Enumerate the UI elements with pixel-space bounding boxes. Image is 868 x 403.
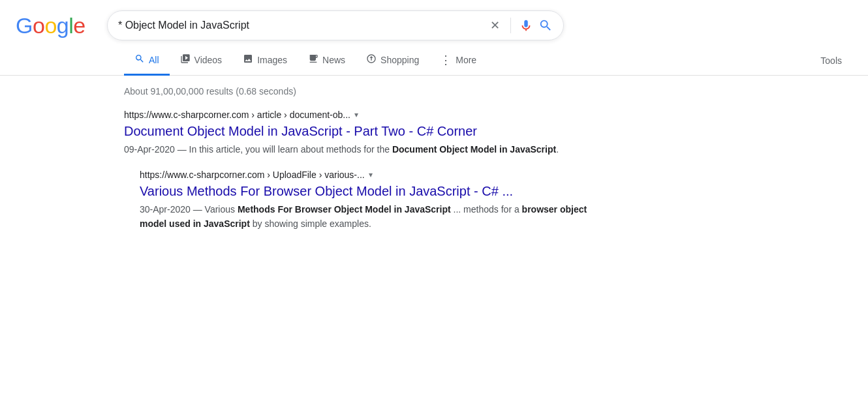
snippet-bold: Document Object Model in JavaScript [392,144,556,155]
tab-more[interactable]: ⋮ More [429,46,487,76]
sub-result-snippet: 30-Apr-2020 — Various Methods For Browse… [140,202,610,231]
videos-icon [180,53,191,66]
tab-shopping[interactable]: Shopping [356,46,429,76]
tab-images-label: Images [257,55,287,65]
all-icon [134,53,145,66]
tab-all[interactable]: All [124,46,170,76]
sub-snippet-bold1: Methods For Browser Object Model in Java… [238,204,451,215]
google-logo[interactable]: Google [16,13,94,38]
sub-result-url-row: https://www.c-sharpcorner.com › UploadFi… [140,170,610,180]
result-url: https://www.c-sharpcorner.com › article … [124,110,350,120]
logo-g: G [16,13,33,38]
snippet-date: 09-Apr-2020 [124,144,175,155]
clear-icon[interactable]: ✕ [488,17,503,34]
tab-all-label: All [149,55,159,65]
sub-result-item: https://www.c-sharpcorner.com › UploadFi… [140,170,610,231]
header: Google * Object Model in JavaScript ✕ [0,0,868,40]
tab-shopping-label: Shopping [380,55,419,65]
search-bar-wrapper: * Object Model in JavaScript ✕ [107,10,564,40]
images-icon [243,53,253,66]
snippet-text: — In this article, you will learn about … [178,144,559,155]
results-count: About 91,00,00,000 results (0.68 seconds… [124,86,852,97]
logo-e: e [73,13,85,38]
sub-result-url: https://www.c-sharpcorner.com › UploadFi… [140,170,365,180]
logo-g2: g [57,13,69,38]
search-button[interactable] [538,18,553,33]
result-snippet: 09-Apr-2020 — In this article, you will … [124,142,594,157]
tab-videos[interactable]: Videos [170,46,233,76]
tab-news[interactable]: News [298,46,356,76]
result-dropdown-icon[interactable]: ▾ [354,110,358,119]
search-input[interactable]: * Object Model in JavaScript [118,20,482,31]
results-area: About 91,00,00,000 results (0.68 seconds… [0,76,868,265]
tab-news-label: News [322,55,345,65]
shopping-icon [366,53,377,66]
search-bar: * Object Model in JavaScript ✕ [107,10,564,40]
sub-snippet-date: 30-Apr-2020 [140,204,191,215]
more-dots-icon: ⋮ [440,54,452,66]
sub-result-title-link[interactable]: Various Methods For Browser Object Model… [140,183,610,200]
sub-snippet-text: — Various Methods For Browser Object Mod… [140,204,587,229]
result-url-row: https://www.c-sharpcorner.com › article … [124,110,594,120]
tools-button[interactable]: Tools [810,48,852,74]
tab-images[interactable]: Images [232,46,298,76]
tab-more-label: More [456,55,476,65]
result-title-link[interactable]: Document Object Model in JavaScript - Pa… [124,123,594,140]
logo-text: Google [16,13,85,38]
divider [510,18,511,33]
tab-videos-label: Videos [194,55,223,65]
result-item: https://www.c-sharpcorner.com › article … [124,110,594,157]
logo-o1: o [33,13,44,38]
nav-tabs: All Videos Images News Shopping ⋮ More T… [0,40,868,76]
microphone-icon[interactable] [519,18,533,33]
news-icon [308,53,318,66]
logo-o2: o [44,13,56,38]
sub-result-dropdown-icon[interactable]: ▾ [369,170,373,179]
